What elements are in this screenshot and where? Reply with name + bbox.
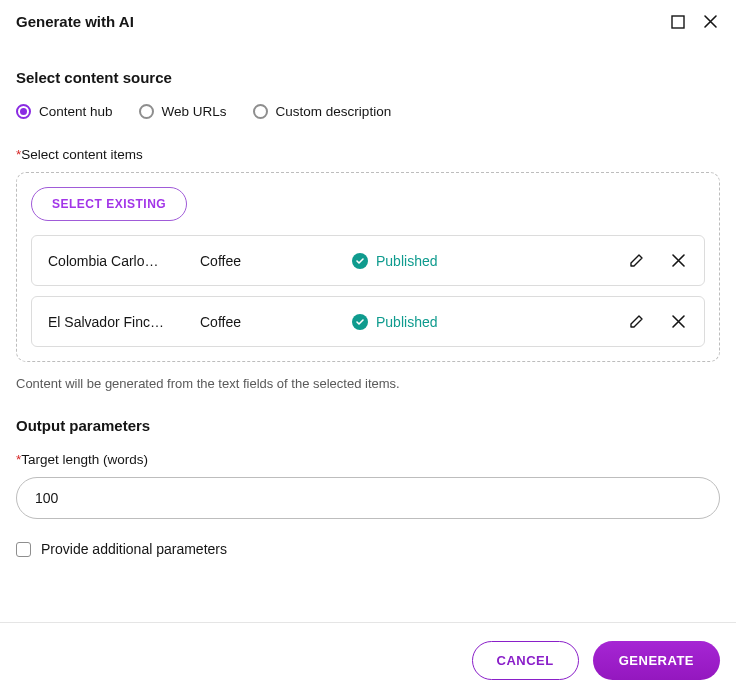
content-item-row: El Salvador Finc…CoffeePublished — [31, 296, 705, 347]
item-name: Colombia Carlo… — [48, 253, 188, 269]
radio-icon — [139, 104, 154, 119]
item-actions — [626, 250, 688, 271]
edit-item-button[interactable] — [626, 311, 647, 332]
item-type: Coffee — [200, 253, 340, 269]
radio-icon — [253, 104, 268, 119]
radio-label: Content hub — [39, 104, 113, 119]
remove-item-button[interactable] — [669, 311, 688, 332]
header-actions — [669, 12, 720, 31]
radio-label: Custom description — [276, 104, 392, 119]
check-circle-icon — [352, 253, 368, 269]
close-icon — [703, 14, 718, 29]
close-icon — [671, 253, 686, 268]
svg-rect-0 — [672, 16, 684, 28]
check-circle-icon — [352, 314, 368, 330]
edit-item-button[interactable] — [626, 250, 647, 271]
content-items-list: Colombia Carlo…CoffeePublishedEl Salvado… — [31, 235, 705, 347]
source-radio-0[interactable]: Content hub — [16, 104, 113, 119]
generate-button[interactable]: GENERATE — [593, 641, 720, 680]
item-status-text: Published — [376, 253, 438, 269]
source-section-title: Select content source — [16, 69, 720, 86]
item-status: Published — [352, 253, 614, 269]
pencil-icon — [628, 313, 645, 330]
modal-header: Generate with AI — [0, 0, 736, 39]
pencil-icon — [628, 252, 645, 269]
close-button[interactable] — [701, 12, 720, 31]
modal-title: Generate with AI — [16, 13, 134, 30]
select-existing-button[interactable]: SELECT EXISTING — [31, 187, 187, 221]
content-items-box: SELECT EXISTING Colombia Carlo…CoffeePub… — [16, 172, 720, 362]
content-item-row: Colombia Carlo…CoffeePublished — [31, 235, 705, 286]
source-radio-group: Content hubWeb URLsCustom description — [16, 104, 720, 119]
cancel-button[interactable]: CANCEL — [472, 641, 579, 680]
additional-params-label: Provide additional parameters — [41, 541, 227, 557]
item-actions — [626, 311, 688, 332]
source-radio-2[interactable]: Custom description — [253, 104, 392, 119]
close-icon — [671, 314, 686, 329]
content-items-helper: Content will be generated from the text … — [16, 376, 720, 391]
maximize-button[interactable] — [669, 13, 687, 31]
target-length-input[interactable] — [16, 477, 720, 519]
additional-params-row: Provide additional parameters — [16, 541, 720, 557]
remove-item-button[interactable] — [669, 250, 688, 271]
additional-params-checkbox[interactable] — [16, 542, 31, 557]
output-section-title: Output parameters — [16, 417, 720, 434]
item-status-text: Published — [376, 314, 438, 330]
radio-label: Web URLs — [162, 104, 227, 119]
content-items-label: *Select content items — [16, 147, 720, 162]
source-radio-1[interactable]: Web URLs — [139, 104, 227, 119]
item-type: Coffee — [200, 314, 340, 330]
modal-body: Select content source Content hubWeb URL… — [0, 39, 736, 622]
radio-icon — [16, 104, 31, 119]
item-status: Published — [352, 314, 614, 330]
maximize-icon — [671, 15, 685, 29]
target-length-label: *Target length (words) — [16, 452, 720, 467]
modal-footer: CANCEL GENERATE — [0, 622, 736, 698]
item-name: El Salvador Finc… — [48, 314, 188, 330]
